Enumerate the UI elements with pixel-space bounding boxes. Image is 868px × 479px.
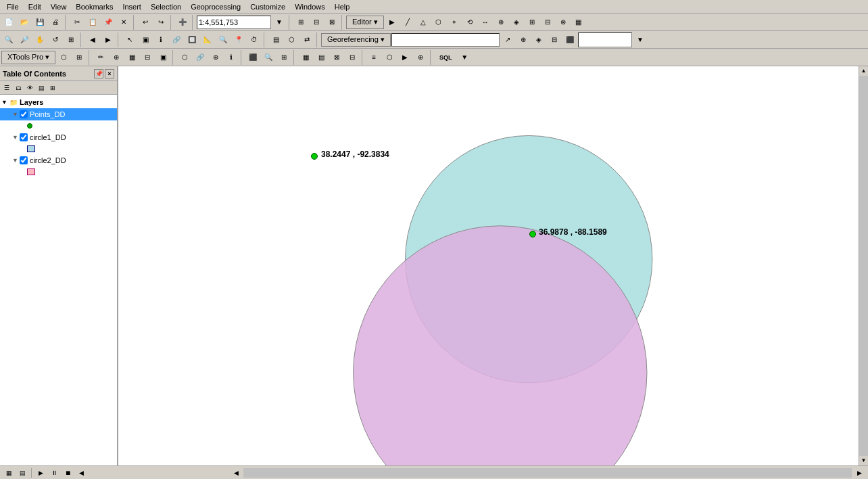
xt14[interactable]: ⊞ xyxy=(276,50,291,65)
vertical-scrollbar[interactable]: ▲ ▼ xyxy=(859,66,868,465)
select4-btn[interactable]: ⬡ xyxy=(284,32,299,47)
layer-points-dd[interactable]: ▼ Points_DD xyxy=(0,108,117,120)
xt16[interactable]: ▤ xyxy=(314,50,329,65)
xt15[interactable]: ▦ xyxy=(298,50,313,65)
paste-btn[interactable]: 📌 xyxy=(101,15,116,30)
toc-sel-btn[interactable]: ▤ xyxy=(36,83,47,93)
edit8[interactable]: ⊕ xyxy=(493,15,508,30)
identify-btn[interactable]: 🔲 xyxy=(185,32,199,47)
edit11[interactable]: ⊟ xyxy=(540,15,555,30)
xt12[interactable]: ⬛ xyxy=(245,50,260,65)
menu-file[interactable]: File xyxy=(3,2,23,12)
edit3[interactable]: △ xyxy=(416,15,431,30)
xt17[interactable]: ⊠ xyxy=(329,50,344,65)
pan-btn[interactable]: ✋ xyxy=(32,32,47,47)
menu-customize[interactable]: Customize xyxy=(246,2,289,12)
h-scroll-right-btn[interactable]: ▶ xyxy=(853,467,865,479)
toc-close-btn[interactable]: × xyxy=(105,69,114,78)
xt13[interactable]: 🔍 xyxy=(261,50,276,65)
status-prev-btn[interactable]: ◀ xyxy=(75,467,87,479)
menu-view[interactable]: View xyxy=(47,2,71,12)
info-btn[interactable]: ℹ xyxy=(153,32,168,47)
print-btn[interactable]: 🖨 xyxy=(48,15,63,30)
edit10[interactable]: ⊞ xyxy=(525,15,539,30)
status-pause-btn[interactable]: ⏸ xyxy=(48,467,60,479)
menu-help[interactable]: Help xyxy=(331,2,354,12)
menu-geoprocessing[interactable]: Geoprocessing xyxy=(187,2,245,12)
menu-bookmarks[interactable]: Bookmarks xyxy=(72,2,117,12)
time-btn[interactable]: ⏱ xyxy=(247,32,262,47)
select2-btn[interactable]: ▣ xyxy=(138,32,153,47)
edit13[interactable]: ▦ xyxy=(571,15,586,30)
xt22[interactable]: ⊕ xyxy=(413,50,428,65)
xt10[interactable]: ⊕ xyxy=(208,50,223,65)
scroll-down-btn[interactable]: ▼ xyxy=(859,456,869,465)
edit9[interactable]: ◈ xyxy=(509,15,524,30)
xtools-dropdown[interactable]: XTools Pro ▾ xyxy=(1,51,55,64)
editor-dropdown[interactable]: Editor ▾ xyxy=(346,16,384,29)
zoom-in-btn[interactable]: 🔍 xyxy=(1,32,16,47)
gr5[interactable]: ⬛ xyxy=(562,32,577,47)
gr3[interactable]: ◈ xyxy=(531,32,546,47)
fwd-btn[interactable]: ▶ xyxy=(101,32,116,47)
menu-edit[interactable]: Edit xyxy=(24,2,45,12)
magnifier-btn[interactable]: ⊞ xyxy=(293,15,308,30)
toc-layers-group[interactable]: ▼ 📁 Layers xyxy=(0,96,117,108)
edit6[interactable]: ⟲ xyxy=(462,15,477,30)
gr2[interactable]: ⊕ xyxy=(516,32,531,47)
georef-dropdown[interactable]: Georeferencing ▾ xyxy=(321,33,391,47)
hyperlink-btn[interactable]: 🔗 xyxy=(169,32,184,47)
menu-selection[interactable]: Selection xyxy=(147,2,185,12)
menu-insert[interactable]: Insert xyxy=(118,2,145,12)
xt3[interactable]: ✏ xyxy=(93,50,108,65)
circle1-dd-checkbox[interactable] xyxy=(20,133,28,141)
circle2-dd-checkbox[interactable] xyxy=(20,156,28,164)
layer-circle2-dd[interactable]: ▼ circle2_DD xyxy=(0,154,117,166)
xt6[interactable]: ⊟ xyxy=(140,50,155,65)
scroll-track[interactable] xyxy=(859,76,869,456)
add-data-btn[interactable]: ➕ xyxy=(175,15,190,30)
redo-btn[interactable]: ↪ xyxy=(153,15,168,30)
menu-windows[interactable]: Windows xyxy=(291,2,329,12)
toc-expand-btn[interactable]: ⊞ xyxy=(47,83,58,93)
gr4[interactable]: ⊟ xyxy=(547,32,562,47)
map-area[interactable]: 38.2447 , -92.3834 36.9878 , -88.1589 xyxy=(118,66,859,465)
zoom-out-btn[interactable]: 🔎 xyxy=(17,32,32,47)
goto-btn[interactable]: 📍 xyxy=(231,32,246,47)
save-btn[interactable]: 💾 xyxy=(32,15,47,30)
scale-input[interactable] xyxy=(197,16,271,29)
edit1[interactable]: ▶ xyxy=(385,15,400,30)
select-btn[interactable]: ↖ xyxy=(122,32,137,47)
toc-source-btn[interactable]: 🗂 xyxy=(13,83,24,93)
xt11[interactable]: ℹ xyxy=(224,50,239,65)
layer-circle1-dd[interactable]: ▼ circle1_DD xyxy=(0,131,117,143)
status-play-btn[interactable]: ▶ xyxy=(34,467,47,479)
zoom-prev-btn[interactable]: ⊠ xyxy=(324,15,339,30)
gr-dropdown[interactable]: ▼ xyxy=(633,32,648,47)
delete-btn[interactable]: ✕ xyxy=(116,15,131,30)
status-stop-btn[interactable]: ⏹ xyxy=(62,467,74,479)
edit4[interactable]: ⬡ xyxy=(431,15,446,30)
xt19[interactable]: ≡ xyxy=(366,50,381,65)
undo-btn[interactable]: ↩ xyxy=(138,15,153,30)
select3-btn[interactable]: ▤ xyxy=(268,32,283,47)
xt9[interactable]: 🔗 xyxy=(193,50,208,65)
edit12[interactable]: ⊗ xyxy=(556,15,571,30)
toc-vis-btn[interactable]: 👁 xyxy=(24,83,35,93)
full-extent-btn[interactable]: ⊞ xyxy=(64,32,78,47)
open-btn[interactable]: 📂 xyxy=(17,15,32,30)
xt5[interactable]: ▦ xyxy=(124,50,139,65)
edit2[interactable]: ╱ xyxy=(400,15,415,30)
measure-btn[interactable]: 📐 xyxy=(200,32,215,47)
switch-selection-btn[interactable]: ⇄ xyxy=(299,32,314,47)
scale-dropdown[interactable]: ▼ xyxy=(272,15,287,30)
gr1[interactable]: ↗ xyxy=(500,32,515,47)
edit7[interactable]: ↔ xyxy=(478,15,493,30)
h-scroll-left-btn[interactable]: ◀ xyxy=(230,467,242,479)
points-dd-checkbox[interactable] xyxy=(20,110,28,118)
xt21[interactable]: ▶ xyxy=(397,50,412,65)
toc-pin-btn[interactable]: 📌 xyxy=(94,69,103,78)
status-layout2-btn[interactable]: ▤ xyxy=(16,467,28,479)
xt4[interactable]: ⊕ xyxy=(109,50,124,65)
find-btn[interactable]: 🔍 xyxy=(216,32,231,47)
